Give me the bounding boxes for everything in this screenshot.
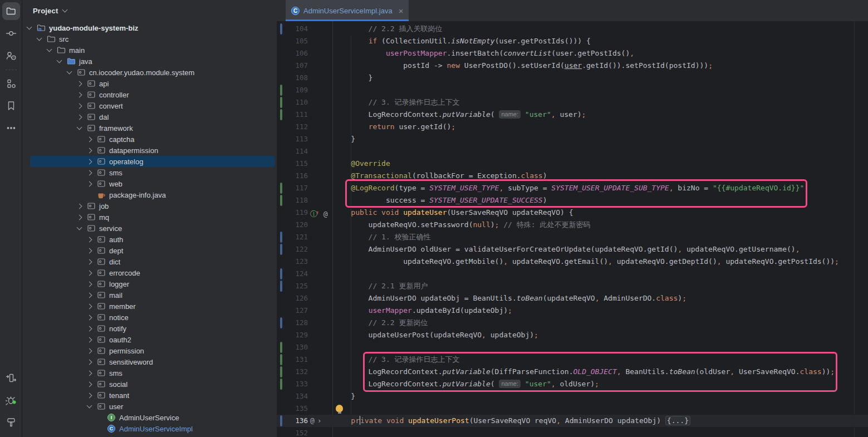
line-number[interactable]: 123	[277, 256, 308, 268]
code-line-113[interactable]: 113 }	[277, 133, 868, 145]
line-number[interactable]: 117	[277, 182, 308, 194]
line-number[interactable]: 132	[277, 366, 308, 378]
line-number[interactable]: 128	[277, 317, 308, 329]
code-line-104[interactable]: 104 // 2.2 插入关联岗位	[277, 23, 868, 35]
tree-item-operatelog[interactable]: operatelog	[23, 156, 277, 167]
line-number[interactable]: 115	[277, 158, 308, 170]
chevron-right-icon[interactable]	[75, 115, 83, 119]
pull-requests-icon[interactable]: ?	[2, 47, 20, 65]
tree-item-service[interactable]: service	[23, 223, 277, 234]
tree-item-sms[interactable]: sms	[23, 167, 277, 178]
line-number[interactable]: 112	[277, 121, 308, 133]
tree-item-package-info-java[interactable]: package-info.java	[23, 189, 277, 200]
tree-item-adminuserserviceimpl[interactable]: CAdminUserServiceImpl	[23, 423, 277, 434]
line-number[interactable]: 135	[277, 402, 308, 415]
chevron-right-icon[interactable]	[85, 182, 93, 186]
tree-item-web[interactable]: web	[23, 178, 277, 189]
line-number[interactable]: 114	[277, 145, 308, 158]
code-line-121[interactable]: 121 // 1. 校验正确性	[277, 231, 868, 243]
chevron-right-icon[interactable]	[85, 293, 93, 297]
line-number[interactable]: 116	[277, 170, 308, 182]
intention-lightbulb-icon[interactable]	[336, 405, 343, 412]
code-line-108[interactable]: 108 }	[277, 72, 868, 84]
tree-item-sensitiveword[interactable]: sensitiveword	[23, 356, 277, 367]
tree-item-member[interactable]: member	[23, 301, 277, 312]
annotation-fold-icons[interactable]: @›	[310, 415, 332, 427]
line-number[interactable]: 109	[277, 84, 308, 96]
code-line-122[interactable]: 122 AdminUserDO oldUser = validateUserFo…	[277, 243, 868, 256]
chevron-right-icon[interactable]	[75, 104, 83, 108]
code-line-119[interactable]: 119Ⓘ↑ @ public void updateUser(UserSaveR…	[277, 207, 868, 219]
line-number[interactable]: 118	[277, 194, 308, 207]
chevron-down-icon[interactable]	[25, 27, 33, 29]
chevron-down-icon[interactable]	[65, 71, 73, 73]
line-number[interactable]: 136	[277, 415, 308, 427]
tree-item-framework[interactable]: framework	[23, 122, 277, 134]
chevron-down-icon[interactable]	[35, 38, 43, 40]
chevron-right-icon[interactable]	[85, 138, 93, 141]
tree-item-dict[interactable]: dict	[23, 256, 277, 267]
tree-item-tenant[interactable]: tenant	[23, 390, 277, 401]
code-line-127[interactable]: 127 userMapper.updateById(updateObj);	[277, 305, 868, 317]
chevron-right-icon[interactable]	[75, 82, 83, 86]
code-line-112[interactable]: 112 return user.getId();	[277, 121, 868, 133]
code-line-136[interactable]: 136@› private void updateUserPost(UserSa…	[277, 415, 868, 427]
chevron-right-icon[interactable]	[85, 327, 93, 331]
line-number[interactable]: 119	[277, 207, 308, 219]
tree-item-convert[interactable]: convert	[23, 100, 277, 111]
chevron-right-icon[interactable]	[85, 260, 93, 264]
tree-item-social[interactable]: social	[23, 379, 277, 390]
line-number[interactable]: 131	[277, 353, 308, 366]
code-line-120[interactable]: 120 updateReqVO.setPassword(null); // 特殊…	[277, 219, 868, 231]
line-number[interactable]: 124	[277, 268, 308, 280]
chevron-right-icon[interactable]	[85, 160, 93, 164]
line-number[interactable]: 152	[277, 427, 308, 437]
tree-item-captcha[interactable]: captcha	[23, 134, 277, 145]
line-number[interactable]: 129	[277, 329, 308, 341]
chevron-right-icon[interactable]	[75, 93, 83, 97]
line-number[interactable]: 110	[277, 96, 308, 109]
tree-item-main[interactable]: main	[23, 45, 277, 56]
chevron-down-icon[interactable]	[75, 227, 83, 229]
tree-item-logger[interactable]: logger	[23, 278, 277, 289]
tree-item-mq[interactable]: mq	[23, 212, 277, 223]
commit-icon[interactable]	[2, 24, 20, 42]
code-line-129[interactable]: 129 updateUserPost(updateReqVO, updateOb…	[277, 329, 868, 341]
chevron-down-icon[interactable]	[85, 405, 93, 407]
services-icon[interactable]	[2, 369, 20, 387]
code-line-110[interactable]: 110 // 3. 记录操作日志上下文	[277, 96, 868, 109]
tree-item-notice[interactable]: notice	[23, 312, 277, 323]
chevron-right-icon[interactable]	[75, 215, 83, 219]
tab-adminuserserviceimpl[interactable]: C AdminUserServiceImpl.java ×	[286, 0, 409, 21]
tree-item-src[interactable]: src	[23, 33, 277, 45]
project-panel-header[interactable]: Project	[23, 0, 277, 21]
chevron-right-icon[interactable]	[85, 316, 93, 320]
code-area[interactable]: 104 // 2.2 插入关联岗位105 if (CollectionUtil.…	[277, 21, 868, 437]
code-line-134[interactable]: 134 }	[277, 390, 868, 402]
chevron-down-icon[interactable]	[62, 7, 68, 13]
line-number[interactable]: 111	[277, 109, 308, 121]
code-line-111[interactable]: 111 LogRecordContext.putVariable( name: …	[277, 109, 868, 121]
code-line-124[interactable]: 124	[277, 268, 868, 280]
chevron-right-icon[interactable]	[85, 338, 93, 342]
tree-item-sms[interactable]: sms	[23, 367, 277, 379]
chevron-right-icon[interactable]	[85, 271, 93, 275]
chevron-down-icon[interactable]	[55, 60, 63, 62]
line-number[interactable]: 107	[277, 60, 308, 72]
line-number[interactable]: 126	[277, 292, 308, 305]
line-number[interactable]: 113	[277, 133, 308, 145]
code-line-128[interactable]: 128 // 2.2 更新岗位	[277, 317, 868, 329]
code-line-115[interactable]: 115 @Override	[277, 158, 868, 170]
line-number[interactable]: 108	[277, 72, 308, 84]
line-number[interactable]: 106	[277, 47, 308, 60]
chevron-right-icon[interactable]	[85, 382, 93, 386]
tree-item-java[interactable]: java	[23, 56, 277, 67]
tree-item-yudao-module-system-biz[interactable]: yudao-module-system-biz	[23, 22, 277, 33]
line-number[interactable]: 130	[277, 341, 308, 353]
code-line-107[interactable]: 107 postId -> new UserPostDO().setUserId…	[277, 60, 868, 72]
line-number[interactable]: 133	[277, 378, 308, 390]
tree-item-job[interactable]: job	[23, 200, 277, 212]
tree-item-dal[interactable]: dal	[23, 111, 277, 122]
line-number[interactable]: 125	[277, 280, 308, 292]
tree-item-oauth2[interactable]: oauth2	[23, 334, 277, 345]
